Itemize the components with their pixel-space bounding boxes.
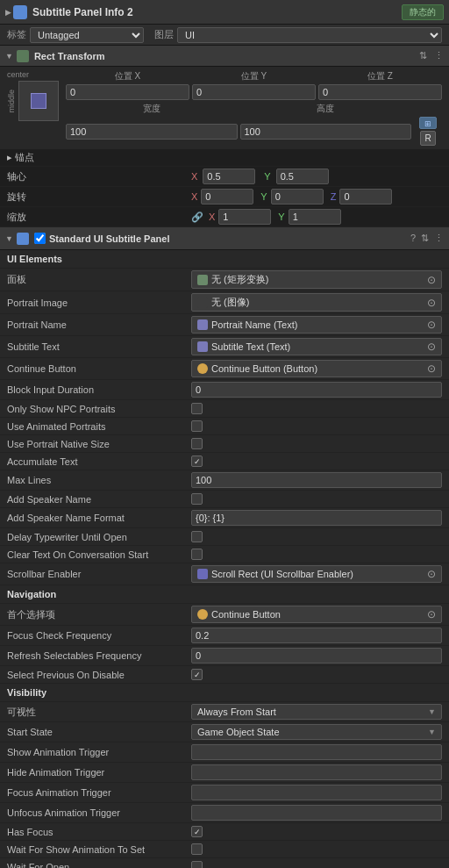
unfocus-anim-value bbox=[191, 805, 442, 821]
anchor-box[interactable] bbox=[18, 81, 59, 121]
portrait-name-ref[interactable]: Portrait Name (Text) ⊙ bbox=[191, 316, 442, 334]
visibility-value: Always From Start ▼ bbox=[191, 704, 442, 720]
clear-text-start-checkbox[interactable] bbox=[191, 549, 203, 560]
portrait-image-ref[interactable]: 无 (图像) ⊙ bbox=[191, 293, 442, 312]
r-button[interactable]: R bbox=[420, 131, 435, 146]
start-state-arrow: ▼ bbox=[428, 728, 436, 736]
scale-y-input[interactable] bbox=[289, 209, 341, 225]
continue-button-btn[interactable]: ⊙ bbox=[427, 362, 436, 375]
rect-transform-header[interactable]: ▼ Rect Transform ⇅ ⋮ bbox=[0, 46, 449, 67]
subtitle-panel-icon bbox=[17, 233, 29, 245]
scale-label: 缩放 bbox=[7, 211, 191, 224]
wait-open-prop: Wait For Open bbox=[0, 858, 449, 868]
pos-z-input[interactable] bbox=[318, 84, 442, 100]
subtitle-text-ref[interactable]: Subtitle Text (Text) ⊙ bbox=[191, 338, 442, 355]
rotation-label: 旋转 bbox=[7, 190, 191, 204]
focus-anim-label: Focus Animation Trigger bbox=[7, 787, 191, 798]
animated-portraits-checkbox[interactable] bbox=[191, 420, 203, 432]
only-npc-prop: Only Show NPC Portraits bbox=[0, 400, 449, 418]
subtitle-panel-enable[interactable] bbox=[34, 233, 46, 244]
height-input[interactable] bbox=[240, 124, 412, 140]
scale-constrain-icon: 🔗 bbox=[191, 212, 203, 223]
unfocus-anim-prop: Unfocus Animation Trigger bbox=[0, 803, 449, 823]
pivot-row: 轴心 X Y bbox=[0, 167, 449, 187]
rect-settings-icon[interactable]: ⇅ bbox=[419, 50, 427, 61]
panel-ref[interactable]: 无 (矩形变换) ⊙ bbox=[191, 270, 442, 289]
visibility-dropdown[interactable]: Always From Start ▼ bbox=[191, 704, 442, 720]
portrait-name-btn[interactable]: ⊙ bbox=[427, 319, 436, 331]
continue-button-ref[interactable]: Continue Button (Button) ⊙ bbox=[191, 360, 442, 377]
delay-typewriter-checkbox[interactable] bbox=[191, 531, 203, 542]
show-anim-field[interactable] bbox=[191, 744, 442, 760]
scrollbar-enabler-ref[interactable]: Scroll Rect (UI Scrollbar Enabler) ⊙ bbox=[191, 565, 442, 583]
top-bar: ▶ Subtitle Panel Info 2 静态的 bbox=[0, 0, 449, 25]
start-state-dropdown[interactable]: Game Object State ▼ bbox=[191, 724, 442, 740]
scrollbar-btn[interactable]: ⊙ bbox=[427, 568, 436, 580]
accumulate-text-checkbox[interactable] bbox=[191, 456, 203, 467]
focus-anim-value bbox=[191, 785, 442, 800]
focus-anim-field[interactable] bbox=[191, 785, 442, 800]
speaker-format-field[interactable] bbox=[191, 510, 442, 526]
anchor-row: ▸ 锚点 bbox=[0, 149, 449, 167]
anchor-diagram: center middle bbox=[7, 70, 59, 121]
first-select-prop: 首个选择项 Continue Button ⊙ bbox=[0, 604, 449, 626]
focus-check-field[interactable] bbox=[191, 628, 442, 643]
width-input[interactable] bbox=[66, 124, 238, 140]
native-size-checkbox[interactable] bbox=[191, 438, 203, 449]
max-lines-value bbox=[191, 472, 442, 488]
wait-show-anim-checkbox[interactable] bbox=[191, 843, 203, 855]
accumulate-text-prop: Accumulate Text bbox=[0, 453, 449, 470]
anchor-label[interactable]: ▸ 锚点 bbox=[7, 151, 191, 164]
add-speaker-name-prop: Add Speaker Name bbox=[0, 491, 449, 508]
wait-open-value bbox=[191, 861, 442, 868]
has-focus-value bbox=[191, 826, 442, 837]
show-anim-prop: Show Animation Trigger bbox=[0, 742, 449, 763]
pivot-y-input[interactable] bbox=[276, 169, 329, 184]
select-prev-checkbox[interactable] bbox=[191, 669, 203, 680]
rot-z-input[interactable] bbox=[339, 189, 392, 204]
menu-icon[interactable]: ⋮ bbox=[434, 233, 444, 244]
refresh-sel-field[interactable] bbox=[191, 648, 442, 664]
has-focus-checkbox[interactable] bbox=[191, 826, 203, 837]
subtitle-panel-header[interactable]: ▼ Standard UI Subtitle Panel ? ⇅ ⋮ bbox=[0, 227, 449, 250]
visibility-arrow: ▼ bbox=[428, 707, 436, 716]
fold-arrow[interactable]: ▶ bbox=[5, 8, 11, 17]
tag-dropdown[interactable]: Untagged bbox=[30, 27, 144, 43]
panel-ref-btn[interactable]: ⊙ bbox=[427, 274, 436, 286]
portrait-image-btn[interactable]: ⊙ bbox=[427, 297, 436, 309]
first-select-btn[interactable]: ⊙ bbox=[427, 608, 436, 621]
object-name: Subtitle Panel Info 2 bbox=[32, 6, 402, 18]
start-state-prop: Start State Game Object State ▼ bbox=[0, 722, 449, 742]
scale-x-input[interactable] bbox=[218, 209, 271, 225]
subtitle-text-btn[interactable]: ⊙ bbox=[427, 341, 436, 353]
wait-show-anim-prop: Wait For Show Animation To Set bbox=[0, 841, 449, 858]
only-npc-checkbox[interactable] bbox=[191, 403, 203, 414]
pivot-x-input[interactable] bbox=[203, 169, 255, 184]
wait-open-checkbox[interactable] bbox=[191, 861, 203, 868]
settings-icon[interactable]: ⇅ bbox=[421, 233, 429, 244]
scrollbar-enabler-prop: Scrollbar Enabler Scroll Rect (UI Scroll… bbox=[0, 563, 449, 585]
add-speaker-name-checkbox[interactable] bbox=[191, 493, 203, 505]
visibility-label: Visibility bbox=[7, 687, 46, 698]
first-select-label: 首个选择项 bbox=[7, 608, 191, 621]
scrollbar-icon bbox=[197, 569, 208, 579]
rot-x-input[interactable] bbox=[201, 189, 253, 204]
rotation-row: 旋转 X Y Z bbox=[0, 187, 449, 207]
continue-button-icon bbox=[197, 363, 208, 374]
subtitle-text-label: Subtitle Text bbox=[7, 341, 191, 352]
max-lines-field[interactable] bbox=[191, 472, 442, 488]
rot-y-input[interactable] bbox=[271, 189, 324, 204]
help-icon[interactable]: ? bbox=[410, 233, 416, 244]
tag-layer-row: 标签 Untagged 图层 UI bbox=[0, 25, 449, 46]
wait-open-label: Wait For Open bbox=[7, 862, 191, 869]
unfocus-anim-field[interactable] bbox=[191, 805, 442, 821]
first-select-ref[interactable]: Continue Button ⊙ bbox=[191, 606, 442, 623]
constrain-icon[interactable]: ⊞ bbox=[419, 117, 437, 129]
block-input-field[interactable] bbox=[191, 382, 442, 398]
rect-menu-icon[interactable]: ⋮ bbox=[434, 50, 444, 61]
pos-y-input[interactable] bbox=[192, 84, 316, 100]
add-speaker-name-value bbox=[191, 493, 442, 505]
hide-anim-field[interactable] bbox=[191, 764, 442, 780]
pos-x-input[interactable] bbox=[66, 84, 189, 100]
layer-dropdown[interactable]: UI bbox=[177, 27, 442, 43]
